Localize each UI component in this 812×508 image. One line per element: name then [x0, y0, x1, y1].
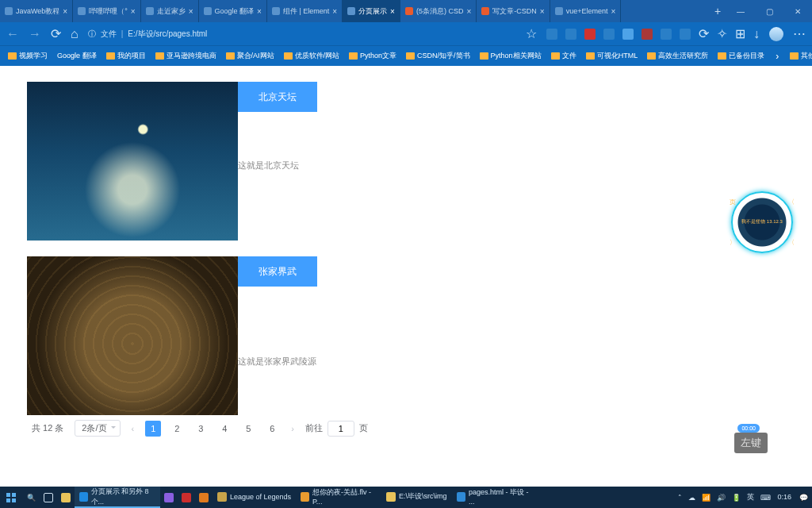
tab-8[interactable]: vue+Element×	[550, 0, 622, 22]
sync-icon[interactable]: ⟳	[699, 26, 709, 41]
bookmark-folder[interactable]: Python相关网站	[477, 51, 545, 61]
close-icon[interactable]: ×	[257, 7, 262, 16]
bookmark-item[interactable]: Google 翻译	[54, 51, 100, 61]
widget-text: 我不是怪物 13.12.3	[741, 219, 783, 225]
taskbar-app[interactable]: League of Legends	[213, 487, 296, 508]
bookmark-folder[interactable]: 可视化HTML	[583, 51, 642, 61]
other-bookmarks[interactable]: 其他收藏夹	[787, 51, 812, 61]
tray-icon[interactable]: ☁	[688, 494, 695, 502]
taskbar-app[interactable]: pages.html - 毕设 - ...	[452, 487, 538, 508]
close-window-button[interactable]: ✕	[783, 0, 812, 22]
minimize-button[interactable]: —	[726, 0, 755, 22]
ext-icon[interactable]	[680, 29, 691, 40]
new-tab-button[interactable]: +	[709, 0, 726, 22]
tab-6[interactable]: (5条消息) CSD×	[400, 0, 477, 22]
tray-chevron-icon[interactable]: ˄	[678, 494, 682, 502]
volume-icon[interactable]: 🔊	[717, 494, 726, 502]
page-number[interactable]: 3	[193, 421, 209, 437]
reload-icon[interactable]: ⟳	[51, 26, 61, 41]
page-number[interactable]: 2	[169, 421, 185, 437]
ext-icon[interactable]	[565, 29, 576, 40]
ext-icon[interactable]	[546, 29, 557, 40]
tab-label: 分页展示	[358, 6, 387, 17]
taskbar-app[interactable]	[160, 493, 178, 502]
card-title: 北京天坛	[238, 82, 317, 112]
tab-4[interactable]: 组件 | Element×	[267, 0, 343, 22]
close-icon[interactable]: ×	[189, 7, 193, 16]
bookmark-folder[interactable]: 高效生活研究所	[644, 51, 711, 61]
profile-avatar[interactable]	[769, 27, 783, 41]
close-icon[interactable]: ×	[332, 7, 337, 16]
taskbar-app[interactable]: 分页展示 和另外 8 个...	[75, 487, 160, 508]
tab-7[interactable]: 写文章-CSDN×	[477, 0, 550, 22]
tab-5[interactable]: 分页展示×	[343, 0, 400, 22]
close-icon[interactable]: ×	[611, 7, 615, 16]
goto-input[interactable]	[327, 421, 354, 437]
bookmark-folder[interactable]: 已备份目录	[714, 51, 768, 61]
taskbar-app[interactable]: 想你的夜-关喆.flv - P...	[296, 487, 381, 508]
search-icon[interactable]: 🔍	[22, 494, 40, 502]
bookmark-folder[interactable]: 我的项目	[103, 51, 149, 61]
forward-icon[interactable]: →	[29, 27, 41, 41]
ext-icon[interactable]	[642, 29, 653, 40]
ime-indicator[interactable]: 英	[747, 492, 754, 502]
url-field[interactable]: ⓘ 文件 | E:/毕设/src/pages.html	[88, 29, 516, 40]
battery-icon[interactable]: 🔋	[732, 494, 741, 502]
page-number[interactable]: 5	[240, 421, 256, 437]
ext-icon[interactable]	[622, 29, 634, 40]
task-view-icon[interactable]	[40, 493, 57, 502]
ext-icon[interactable]	[603, 29, 615, 40]
tab-label: 哔哩哔哩（°	[89, 6, 128, 17]
ext-icon[interactable]	[661, 29, 672, 40]
notifications-icon[interactable]: 💬	[795, 494, 812, 502]
floating-widget[interactable]: 页 〈 〉 〈 我不是怪物 13.12.3	[731, 191, 793, 253]
next-page-button[interactable]: ›	[291, 424, 294, 433]
file-icon: ⓘ	[88, 29, 96, 40]
download-icon[interactable]: ↓	[753, 27, 760, 41]
page-number[interactable]: 1	[145, 421, 161, 437]
bookmark-folder[interactable]: 视频学习	[5, 51, 51, 61]
back-icon[interactable]: ←	[6, 27, 19, 41]
start-button[interactable]	[0, 493, 22, 502]
bookmark-folder[interactable]: Python文章	[346, 51, 400, 61]
taskbar-app[interactable]: E:\毕设\src\img	[381, 487, 452, 508]
bookmarks-bar: 视频学习 Google 翻译 我的项目 亚马逊跨境电商 聚合/AI网站 优质软件…	[0, 45, 812, 66]
wifi-icon[interactable]: 📶	[702, 494, 710, 502]
close-icon[interactable]: ×	[390, 7, 395, 16]
list-item: 北京天坛 这就是北京天坛	[0, 66, 812, 241]
collections-icon[interactable]: ⊞	[735, 26, 745, 41]
page-number[interactable]: 4	[216, 421, 232, 437]
reader-icon[interactable]: ✧	[717, 26, 727, 41]
explorer-icon[interactable]	[57, 493, 75, 502]
bookmark-folder[interactable]: 聚合/AI网站	[223, 51, 278, 61]
maximize-button[interactable]: ▢	[755, 0, 783, 22]
page-number[interactable]: 6	[264, 421, 280, 437]
url-file-label: 文件	[101, 29, 117, 40]
tab-strip: JavaWeb教程× 哔哩哔哩（°× 走近家乡× Google 翻译× 组件 |…	[0, 0, 709, 22]
star-icon[interactable]: ☆	[526, 26, 537, 41]
bookmark-folder[interactable]: 亚马逊跨境电商	[152, 51, 220, 61]
bookmarks-overflow[interactable]: ›	[771, 51, 783, 62]
taskbar-clock[interactable]: 0:16	[777, 494, 795, 501]
bookmark-folder[interactable]: 文件	[548, 51, 580, 61]
close-icon[interactable]: ×	[63, 7, 67, 16]
tab-3[interactable]: Google 翻译×	[199, 0, 267, 22]
prev-page-button[interactable]: ‹	[132, 424, 135, 433]
page-size-select[interactable]: 2条/页	[75, 420, 120, 437]
tab-2[interactable]: 走近家乡×	[141, 0, 199, 22]
taskbar-app[interactable]	[195, 493, 213, 502]
tab-1[interactable]: 哔哩哔哩（°×	[73, 0, 140, 22]
bookmark-folder[interactable]: 优质软件/网站	[281, 51, 343, 61]
menu-icon[interactable]: ⋯	[793, 26, 806, 41]
ext-icon[interactable]	[584, 29, 596, 40]
home-icon[interactable]: ⌂	[71, 27, 79, 41]
system-tray[interactable]: ˄ ☁ 📶 🔊 🔋 英 ⌨	[672, 492, 777, 502]
tab-0[interactable]: JavaWeb教程×	[0, 0, 73, 22]
taskbar-app[interactable]	[178, 493, 195, 502]
close-icon[interactable]: ×	[466, 7, 471, 16]
bookmark-folder[interactable]: CSDN/知乎/简书	[403, 51, 473, 61]
close-icon[interactable]: ×	[540, 7, 545, 16]
tab-label: JavaWeb教程	[16, 6, 59, 17]
close-icon[interactable]: ×	[131, 7, 136, 16]
ime-icon[interactable]: ⌨	[760, 494, 771, 502]
